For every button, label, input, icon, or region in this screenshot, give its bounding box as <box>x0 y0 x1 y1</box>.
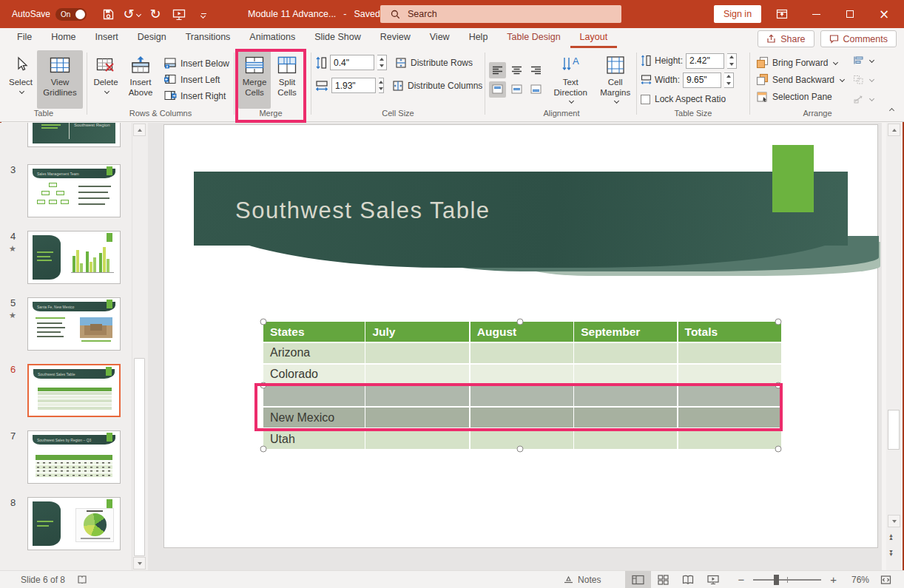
align-center-button[interactable] <box>508 62 525 78</box>
slideshow-view-button[interactable] <box>701 571 726 588</box>
thumbnail-slide-3[interactable]: Sales Management Team <box>27 164 121 217</box>
zoom-slider-knob[interactable] <box>774 575 779 585</box>
scroll-down-icon[interactable] <box>133 557 146 570</box>
align-middle-button[interactable] <box>508 81 525 98</box>
table-header-cell[interactable]: States <box>263 322 365 342</box>
redo-icon[interactable]: ↻ <box>144 3 166 25</box>
resize-handle[interactable] <box>775 382 782 389</box>
accent-rectangle-shape[interactable] <box>772 145 814 212</box>
thumbnail-slide-4[interactable] <box>27 231 121 284</box>
zoom-slider[interactable] <box>753 579 821 581</box>
align-left-button[interactable] <box>489 62 506 78</box>
thumbnail-slide-2[interactable]: Southwest Region <box>27 123 121 147</box>
slide-title-text[interactable]: Southwest Sales Table <box>235 197 490 224</box>
scroll-up-icon[interactable] <box>133 124 146 136</box>
resize-handle[interactable] <box>517 319 524 325</box>
next-slide-button[interactable]: ▼▼ <box>888 550 894 556</box>
table-header-cell[interactable]: Totals <box>678 322 781 342</box>
row-height-input[interactable] <box>330 55 374 70</box>
table-header-cell[interactable]: September <box>574 322 677 342</box>
accessibility-check-icon[interactable] <box>77 575 87 585</box>
zoom-in-button[interactable]: + <box>827 571 840 588</box>
search-bar[interactable] <box>380 5 621 23</box>
previous-slide-button[interactable]: ▲▲ <box>888 534 894 540</box>
table-width-input[interactable] <box>683 72 721 88</box>
customize-quick-access-icon[interactable] <box>192 3 214 25</box>
insert-right-button[interactable]: Insert Right <box>162 88 232 104</box>
scroll-down-icon[interactable] <box>888 515 900 527</box>
table-cell-selected[interactable] <box>470 386 573 407</box>
tab-insert[interactable]: Insert <box>86 28 128 48</box>
text-direction-button[interactable]: A Text Direction <box>550 50 590 109</box>
resize-handle[interactable] <box>260 382 267 389</box>
table-cell-selected[interactable] <box>263 386 365 407</box>
sign-in-button[interactable]: Sign in <box>714 5 761 23</box>
zoom-out-button[interactable]: − <box>735 571 747 588</box>
tab-animations[interactable]: Animations <box>240 28 305 48</box>
table-cell[interactable] <box>365 429 469 450</box>
notes-button[interactable]: Notes <box>557 571 607 588</box>
insert-above-button[interactable]: Insert Above <box>122 50 159 109</box>
table-cell-selected[interactable] <box>678 386 781 407</box>
tab-slide-show[interactable]: Slide Show <box>305 28 371 48</box>
table-cell-state-selected[interactable]: New Mexico <box>263 408 365 428</box>
scroll-up-icon[interactable] <box>888 124 900 136</box>
resize-handle[interactable] <box>260 446 267 453</box>
align-top-button[interactable] <box>489 81 506 98</box>
table-cell-selected[interactable] <box>678 408 781 428</box>
insert-left-button[interactable]: Insert Left <box>162 72 232 87</box>
scrollbar-thumb[interactable] <box>888 410 900 450</box>
distribute-columns-button[interactable]: Distribute Columns <box>390 78 485 93</box>
fit-slide-to-window-button[interactable] <box>874 571 898 588</box>
view-gridlines-button[interactable]: View Gridlines <box>37 50 83 109</box>
tab-view[interactable]: View <box>420 28 459 48</box>
table-cell-selected[interactable] <box>574 408 677 428</box>
table-cell[interactable] <box>574 365 677 385</box>
table-height-spinner[interactable] <box>727 53 737 69</box>
slide-canvas[interactable]: Southwest Sales Table States July August… <box>164 125 877 547</box>
split-cells-button[interactable]: Split Cells <box>271 50 303 109</box>
tab-home[interactable]: Home <box>41 28 85 48</box>
table-cell-selected[interactable] <box>470 408 573 428</box>
tab-layout[interactable]: Layout <box>570 28 618 48</box>
table-cell-state[interactable]: Utah <box>263 429 365 450</box>
tab-file[interactable]: File <box>7 28 41 48</box>
tab-help[interactable]: Help <box>459 28 498 48</box>
select-button[interactable]: Select <box>4 50 37 109</box>
send-backward-button[interactable]: Send Backward <box>754 72 846 87</box>
main-scrollbar[interactable]: ▲▲ ▼▼ <box>886 123 901 570</box>
delete-button[interactable]: Delete <box>90 50 122 109</box>
table-cell[interactable] <box>574 429 677 450</box>
thumbnail-slide-6[interactable]: Southwest Sales Table <box>27 364 121 417</box>
table-cell[interactable] <box>470 365 573 385</box>
autosave-toggle[interactable]: On <box>55 8 87 21</box>
slide-sorter-view-button[interactable] <box>651 571 675 588</box>
bring-forward-button[interactable]: Bring Forward <box>754 55 846 70</box>
start-slideshow-icon[interactable] <box>168 3 190 25</box>
resize-handle[interactable] <box>517 446 524 453</box>
table-cell[interactable] <box>678 429 781 450</box>
thumbnail-scrollbar[interactable] <box>132 123 146 570</box>
maximize-button[interactable] <box>833 0 867 28</box>
column-width-input[interactable] <box>331 78 376 93</box>
tab-table-design[interactable]: Table Design <box>497 28 570 48</box>
table-width-spinner[interactable] <box>724 72 734 88</box>
table-cell[interactable] <box>574 343 677 364</box>
table-height-input[interactable] <box>686 53 724 69</box>
collapse-ribbon-chevron[interactable] <box>888 107 894 115</box>
resize-handle[interactable] <box>775 446 782 453</box>
table-cell-selected[interactable] <box>365 408 469 428</box>
table-header-cell[interactable]: July <box>365 322 469 342</box>
zoom-level[interactable]: 76% <box>841 575 869 585</box>
resize-handle[interactable] <box>775 319 782 325</box>
table-cell-selected[interactable] <box>574 386 677 407</box>
cell-margins-button[interactable]: Cell Margins <box>596 50 634 109</box>
table-cell-selected[interactable] <box>365 386 469 407</box>
align-objects-button[interactable] <box>851 53 876 68</box>
normal-view-button[interactable] <box>625 571 651 588</box>
thumbnail-slide-8[interactable] <box>27 497 121 550</box>
insert-below-button[interactable]: Insert Below <box>162 55 232 71</box>
tab-transitions[interactable]: Transitions <box>176 28 240 48</box>
table-header-cell[interactable]: August <box>470 322 573 342</box>
lock-aspect-ratio-checkbox[interactable]: Lock Aspect Ratio <box>641 90 746 108</box>
